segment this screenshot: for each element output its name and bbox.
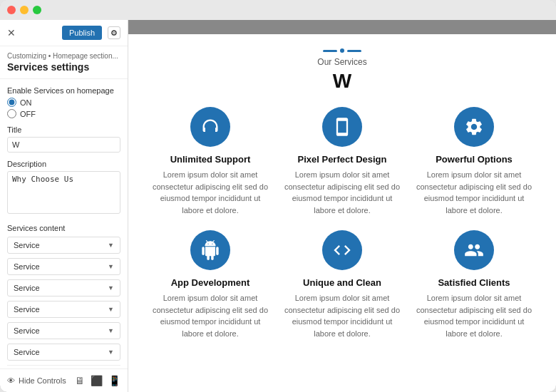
service-card-desc-6: Lorem ipsum dolor sit amet consectetur a… [413,292,535,339]
off-label: OFF [20,110,36,118]
services-divider [150,48,535,53]
enable-services-radio-group: ON OFF [7,98,120,118]
service-card-title-5: Unique and Clean [282,277,403,288]
enable-services-group: Enable Services on homepage ON OFF [7,86,120,118]
service-dropdown-label-3: Service [14,284,40,292]
main-content: ✕ Publish ⚙ Customizing • Homepage secti… [0,20,556,392]
service-dropdown-label-5: Service [14,326,40,335]
service-card-desc-4: Lorem ipsum dolor sit amet consectetur a… [150,292,271,339]
sidebar-footer: 👁 Hide Controls 🖥 ⬛ 📱 [0,368,128,392]
on-radio[interactable] [7,98,16,107]
mobile-icon [332,117,352,137]
title-group: Title [7,125,120,153]
cog-icon [464,117,484,137]
maximize-dot[interactable] [33,6,41,14]
on-label: ON [20,98,32,107]
users-icon [464,240,484,260]
service-card-desc-5: Lorem ipsum dolor sit amet consectetur a… [282,292,403,339]
eye-icon: 👁 [7,376,15,385]
chevron-down-icon-5: ▼ [108,327,114,334]
chevron-down-icon-1: ▼ [108,242,114,249]
our-services-section: Our Services W [150,48,535,93]
service-card-3: Powerful Options Lorem ipsum dolor sit a… [413,107,535,216]
divider-line-1 [323,50,337,52]
tablet-icon[interactable]: ⬛ [91,375,103,386]
service-card-6: Satisfied Clients Lorem ipsum dolor sit … [413,230,535,339]
sidebar: ✕ Publish ⚙ Customizing • Homepage secti… [0,20,128,392]
service-dropdown-2[interactable]: Service ▼ [7,258,120,275]
footer-icons: 🖥 ⬛ 📱 [75,375,120,386]
chevron-down-icon-3: ▼ [108,284,114,292]
service-card-title-2: Pixel Perfect Design [282,154,403,165]
service-icon-circle-2 [322,107,362,147]
service-card-4: App Development Lorem ipsum dolor sit am… [150,230,271,339]
divider-dot [340,48,344,53]
sidebar-nav: Customizing • Homepage section... Servic… [0,46,128,79]
service-icon-circle-1 [190,107,230,147]
off-radio-label[interactable]: OFF [7,109,120,118]
title-input[interactable] [7,137,120,153]
service-dropdown-label-4: Service [14,305,40,314]
close-button[interactable]: ✕ [7,27,16,38]
service-dropdown-label-6: Service [14,348,40,356]
close-dot[interactable] [7,6,16,14]
service-card-2: Pixel Perfect Design Lorem ipsum dolor s… [282,107,403,216]
service-card-title-3: Powerful Options [413,154,535,165]
service-card-title-6: Satisfied Clients [413,277,535,288]
services-content-label: Services content [7,224,120,232]
off-radio[interactable] [7,109,16,118]
app-window: ✕ Publish ⚙ Customizing • Homepage secti… [0,0,556,392]
service-dropdown-1[interactable]: Service ▼ [7,237,120,254]
sidebar-header: ✕ Publish ⚙ [0,20,128,46]
chevron-down-icon-2: ▼ [108,263,114,270]
our-services-label: Our Services [150,57,535,67]
service-dropdown-4[interactable]: Service ▼ [7,301,120,318]
code-icon [332,240,352,260]
publish-button[interactable]: Publish [62,26,102,40]
service-card-title-4: App Development [150,277,271,288]
sidebar-body: Enable Services on homepage ON OFF Titl [0,79,128,368]
preview-area: Our Services W Unlimited Support Lorem i… [128,20,556,392]
preview-content: Our Services W Unlimited Support Lorem i… [128,34,556,392]
services-grid: Unlimited Support Lorem ipsum dolor sit … [150,107,535,339]
hide-controls-label: Hide Controls [19,376,66,385]
services-content-group: Services content Service ▼ Service ▼ Ser… [7,224,120,368]
description-label: Description [7,160,120,168]
settings-gear-button[interactable]: ⚙ [108,26,120,39]
service-card-desc-1: Lorem ipsum dolor sit amet consectetur a… [150,169,271,216]
breadcrumb: Customizing • Homepage section... [7,52,120,60]
service-icon-circle-3 [454,107,494,147]
service-icon-circle-6 [454,230,494,270]
enable-services-label: Enable Services on homepage [7,86,120,95]
desktop-icon[interactable]: 🖥 [75,375,85,386]
headphones-icon [200,117,220,137]
minimize-dot[interactable] [20,6,29,14]
mobile-icon[interactable]: 📱 [108,375,120,386]
service-dropdown-label-2: Service [14,262,40,271]
service-card-desc-3: Lorem ipsum dolor sit amet consectetur a… [413,169,535,216]
service-dropdown-label-1: Service [14,241,40,249]
on-radio-label[interactable]: ON [7,98,120,107]
service-dropdown-5[interactable]: Service ▼ [7,322,120,339]
service-icon-circle-4 [190,230,230,270]
chevron-down-icon-6: ▼ [108,349,114,356]
hide-controls-button[interactable]: 👁 Hide Controls [7,376,66,385]
title-label: Title [7,125,120,134]
service-dropdown-6[interactable]: Service ▼ [7,344,120,361]
preview-title: W [150,70,535,93]
section-title: Services settings [7,61,120,73]
service-card-5: Unique and Clean Lorem ipsum dolor sit a… [282,230,403,339]
service-card-title-1: Unlimited Support [150,154,271,165]
service-icon-circle-5 [322,230,362,270]
chevron-down-icon-4: ▼ [108,306,114,313]
divider-line-2 [347,50,361,52]
description-textarea[interactable]: Why Choose Us [7,171,120,214]
service-card-1: Unlimited Support Lorem ipsum dolor sit … [150,107,271,216]
description-group: Description Why Choose Us [7,160,120,217]
preview-top-bar [128,20,556,34]
service-dropdown-3[interactable]: Service ▼ [7,279,120,296]
service-card-desc-2: Lorem ipsum dolor sit amet consectetur a… [282,169,403,216]
titlebar [0,0,556,20]
android-icon [200,240,220,260]
